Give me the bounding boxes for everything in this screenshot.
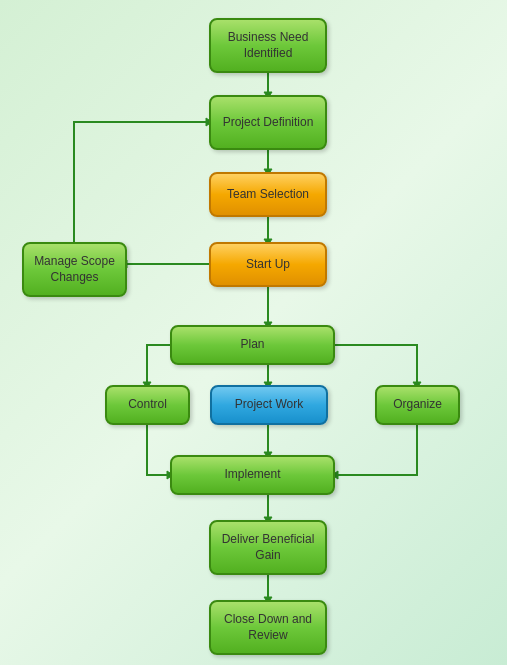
close-down-box: Close Down and Review [209,600,327,655]
control-box: Control [105,385,190,425]
deliver-box: Deliver Beneficial Gain [209,520,327,575]
implement-box: Implement [170,455,335,495]
manage-scope-box: Manage Scope Changes [22,242,127,297]
organize-box: Organize [375,385,460,425]
start-up-box: Start Up [209,242,327,287]
plan-box: Plan [170,325,335,365]
team-selection-box: Team Selection [209,172,327,217]
project-work-box: Project Work [210,385,328,425]
flowchart: Business Need Identified Project Definit… [0,0,507,665]
project-definition-box: Project Definition [209,95,327,150]
business-need-box: Business Need Identified [209,18,327,73]
